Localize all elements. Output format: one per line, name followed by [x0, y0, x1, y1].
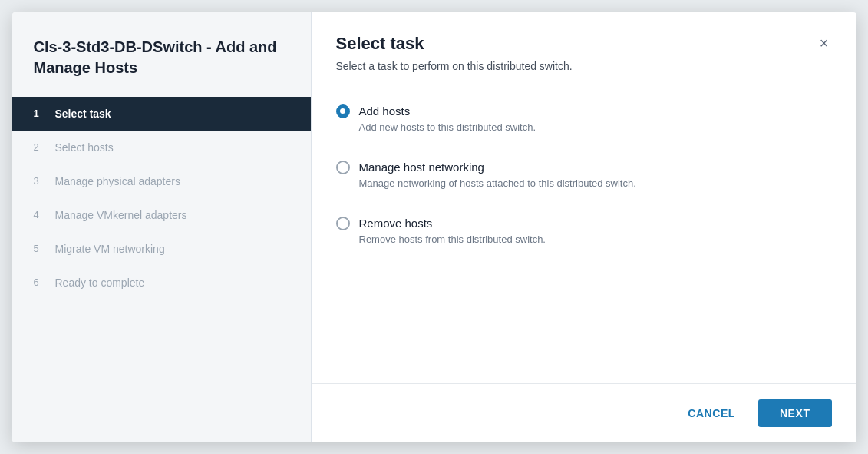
radio-label-remove-hosts: Remove hosts: [359, 217, 433, 230]
step-number-1: 1: [34, 108, 46, 119]
radio-option-manage-host-networking[interactable]: Manage host networking Manage networking…: [336, 147, 832, 203]
sidebar-title: Cls-3-Std3-DB-DSwitch - Add and Manage H…: [12, 12, 311, 97]
sidebar-step-2[interactable]: 2 Select hosts: [12, 131, 311, 164]
step-label-3: Manage physical adapters: [55, 175, 180, 187]
content-header: Select task ×: [312, 12, 856, 54]
sidebar-step-3[interactable]: 3 Manage physical adapters: [12, 164, 311, 198]
step-label-5: Migrate VM networking: [55, 243, 165, 255]
sidebar-step-5[interactable]: 5 Migrate VM networking: [12, 232, 311, 266]
radio-row-remove-hosts: Remove hosts: [336, 217, 832, 230]
step-label-6: Ready to complete: [55, 277, 145, 289]
sidebar-steps: 1 Select task 2 Select hosts 3 Manage ph…: [12, 97, 311, 300]
close-button[interactable]: ×: [817, 34, 832, 52]
dialog: Cls-3-Std3-DB-DSwitch - Add and Manage H…: [12, 12, 856, 442]
content-subtitle: Select a task to perform on this distrib…: [312, 54, 856, 91]
radio-option-add-hosts[interactable]: Add hosts Add new hosts to this distribu…: [336, 91, 832, 147]
step-number-3: 3: [34, 175, 46, 187]
radio-label-manage-host-networking: Manage host networking: [359, 161, 484, 174]
sidebar-step-4[interactable]: 4 Manage VMkernel adapters: [12, 198, 311, 232]
radio-desc-remove-hosts: Remove hosts from this distributed switc…: [359, 234, 832, 245]
main-content: Select task × Select a task to perform o…: [312, 12, 856, 442]
radio-row-add-hosts: Add hosts: [336, 104, 832, 118]
cancel-button[interactable]: CANCEL: [674, 399, 749, 427]
radio-option-remove-hosts[interactable]: Remove hosts Remove hosts from this dist…: [336, 203, 832, 259]
content-footer: CANCEL NEXT: [312, 383, 856, 442]
radio-label-add-hosts: Add hosts: [359, 104, 411, 118]
sidebar: Cls-3-Std3-DB-DSwitch - Add and Manage H…: [12, 12, 312, 442]
step-number-2: 2: [34, 141, 46, 153]
content-title: Select task: [336, 34, 424, 54]
step-number-4: 4: [34, 209, 46, 220]
next-button[interactable]: NEXT: [758, 399, 832, 427]
sidebar-step-1[interactable]: 1 Select task: [12, 97, 311, 131]
radio-row-manage-host-networking: Manage host networking: [336, 161, 832, 174]
radio-input-remove-hosts[interactable]: [336, 217, 350, 230]
sidebar-step-6[interactable]: 6 Ready to complete: [12, 266, 311, 300]
step-label-1: Select task: [55, 108, 111, 120]
step-number-6: 6: [34, 277, 46, 288]
radio-input-manage-host-networking[interactable]: [336, 161, 350, 174]
step-label-2: Select hosts: [55, 141, 114, 154]
radio-input-add-hosts[interactable]: [336, 104, 350, 118]
radio-desc-add-hosts: Add new hosts to this distributed switch…: [359, 121, 832, 133]
content-body: Add hosts Add new hosts to this distribu…: [312, 91, 856, 383]
radio-desc-manage-host-networking: Manage networking of hosts attached to t…: [359, 177, 832, 189]
step-label-4: Manage VMkernel adapters: [55, 209, 187, 221]
step-number-5: 5: [34, 243, 46, 254]
